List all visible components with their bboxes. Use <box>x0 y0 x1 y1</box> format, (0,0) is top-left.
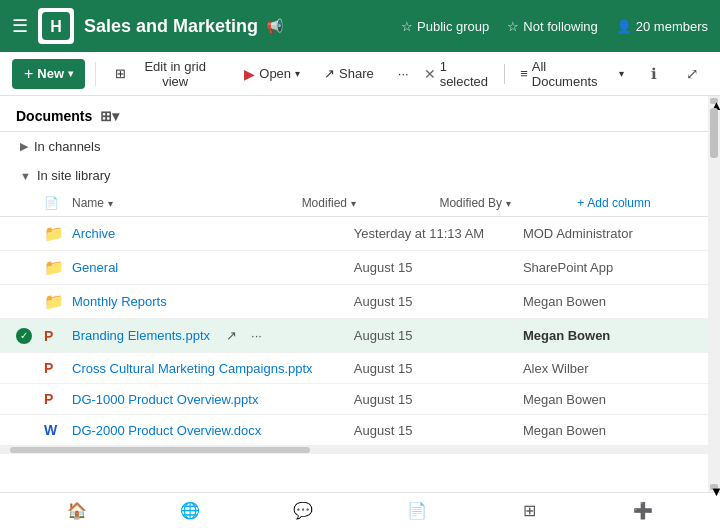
share-file-button[interactable]: ↗ <box>222 326 241 345</box>
site-library-toggle: ▼ <box>20 170 31 182</box>
new-button[interactable]: + New ▾ <box>12 59 85 89</box>
bottom-navigation: 🏠 🌐 💬 📄 ⊞ ➕ <box>0 492 720 528</box>
file-name[interactable]: DG-2000 Product Overview.docx <box>72 423 354 438</box>
edit-grid-label: Edit in grid view <box>130 59 220 89</box>
chat-nav-button[interactable]: 💬 <box>283 493 323 529</box>
row-icon: 📁 <box>44 258 72 277</box>
file-name[interactable]: Monthly Reports <box>72 294 354 309</box>
row-check[interactable]: ✓ <box>16 328 44 344</box>
file-name[interactable]: Archive <box>72 226 354 241</box>
open-label: Open <box>259 66 291 81</box>
file-row[interactable]: P DG-1000 Product Overview.pptx August 1… <box>0 384 708 415</box>
add-column-button[interactable]: + Add column <box>577 196 692 210</box>
selected-check: ✓ <box>16 328 32 344</box>
column-headers: 📄 Name ▾ Modified ▾ Modified By ▾ + Add … <box>0 190 708 217</box>
open-icon: ▶ <box>244 66 255 82</box>
members-icon: 👤 <box>616 19 632 34</box>
file-modified: August 15 <box>354 294 523 309</box>
hamburger-icon[interactable]: ☰ <box>12 15 28 37</box>
info-button[interactable]: ℹ <box>639 58 671 90</box>
follow-icon: ☆ <box>507 19 519 34</box>
expand-button[interactable]: ⤢ <box>676 58 708 90</box>
file-row[interactable]: P Cross Cultural Marketing Campaigns.ppt… <box>0 353 708 384</box>
file-name[interactable]: Branding Elements.pptx ↗ ··· <box>72 326 354 345</box>
file-name[interactable]: DG-1000 Product Overview.pptx <box>72 392 354 407</box>
in-site-library-label: In site library <box>37 168 111 183</box>
file-name[interactable]: Cross Cultural Marketing Campaigns.pptx <box>72 361 354 376</box>
file-modified-by: Alex Wilber <box>523 361 692 376</box>
toolbar: + New ▾ ⊞ Edit in grid view ▶ Open ▾ ↗ S… <box>0 52 720 96</box>
file-row[interactable]: 📁 Monthly Reports August 15 Megan Bowen <box>0 285 708 319</box>
star-icon: ☆ <box>401 19 413 34</box>
file-modified: August 15 <box>354 423 523 438</box>
file-type-icon: 📄 <box>44 196 59 210</box>
file-row[interactable]: 📁 General August 15 SharePoint App <box>0 251 708 285</box>
pptx-icon: P <box>44 360 53 376</box>
file-row[interactable]: W DG-2000 Product Overview.docx August 1… <box>0 415 708 446</box>
pptx-icon: P <box>44 391 53 407</box>
file-name[interactable]: General <box>72 260 354 275</box>
scroll-up-arrow: ▲ <box>710 98 718 104</box>
name-col-header[interactable]: Name ▾ <box>72 196 302 210</box>
file-modified: August 15 <box>354 260 523 275</box>
public-group-label: Public group <box>417 19 489 34</box>
new-label: New <box>37 66 64 81</box>
file-modified-by: SharePoint App <box>523 260 692 275</box>
members-button[interactable]: 👤 20 members <box>616 19 708 34</box>
public-group-badge[interactable]: ☆ Public group <box>401 19 489 34</box>
toolbar-separator-2 <box>504 64 505 84</box>
globe-nav-button[interactable]: 🌐 <box>170 493 210 529</box>
file-list: 📁 Archive Yesterday at 11:13 AM MOD Admi… <box>0 217 708 446</box>
new-chevron: ▾ <box>68 68 73 79</box>
file-row[interactable]: 📁 Archive Yesterday at 11:13 AM MOD Admi… <box>0 217 708 251</box>
file-modified-by: Megan Bowen <box>523 294 692 309</box>
in-site-library-item[interactable]: ▼ In site library <box>0 161 708 190</box>
following-button[interactable]: ☆ Not following <box>507 19 597 34</box>
file-modified: Yesterday at 11:13 AM <box>354 226 523 241</box>
file-row[interactable]: ✓ P Branding Elements.pptx ↗ ··· August … <box>0 319 708 353</box>
share-label: Share <box>339 66 374 81</box>
row-icon: W <box>44 422 72 438</box>
file-modified-by: Megan Bowen <box>523 392 692 407</box>
in-channels-item[interactable]: ▶ In channels <box>0 132 708 161</box>
docs-view-icon[interactable]: ⊞▾ <box>100 108 119 124</box>
row-icon: P <box>44 328 72 344</box>
share-button[interactable]: ↗ Share <box>315 60 383 87</box>
edit-grid-button[interactable]: ⊞ Edit in grid view <box>106 53 229 95</box>
documents-header: Documents ⊞▾ <box>0 96 708 132</box>
members-label: 20 members <box>636 19 708 34</box>
home-nav-button[interactable]: 🏠 <box>57 493 97 529</box>
selected-count: 1 selected <box>440 59 499 89</box>
selected-badge: ✕ 1 selected <box>424 59 499 89</box>
row-icon: 📁 <box>44 292 72 311</box>
plus-icon: + <box>24 65 33 83</box>
folder-icon: 📁 <box>44 293 64 310</box>
name-sort-arrow: ▾ <box>108 198 113 209</box>
in-channels-label: In channels <box>34 139 101 154</box>
following-label: Not following <box>523 19 597 34</box>
add-nav-button[interactable]: ➕ <box>623 493 663 529</box>
vertical-scrollbar[interactable]: ▲ ▼ <box>708 96 720 492</box>
more-file-button[interactable]: ··· <box>247 326 266 345</box>
more-icon: ··· <box>398 66 409 81</box>
file-actions: ↗ ··· <box>222 326 266 345</box>
modified-col-header[interactable]: Modified ▾ <box>302 196 440 210</box>
grid-icon: ⊞ <box>115 66 126 81</box>
grid-nav-button[interactable]: ⊞ <box>510 493 550 529</box>
folder-icon: 📁 <box>44 225 64 242</box>
scroll-down-arrow: ▼ <box>710 484 718 490</box>
main-content: Documents ⊞▾ ▶ In channels ▼ In site lib… <box>0 96 720 492</box>
more-button[interactable]: ··· <box>389 60 418 87</box>
settings-icon[interactable]: 📢 <box>266 18 283 34</box>
document-nav-button[interactable]: 📄 <box>397 493 437 529</box>
list-icon: ≡ <box>520 66 528 81</box>
horizontal-scrollbar[interactable] <box>0 446 708 454</box>
modified-by-col-header[interactable]: Modified By ▾ <box>439 196 577 210</box>
pptx-icon: P <box>44 328 53 344</box>
clear-selection-button[interactable]: ✕ <box>424 66 436 82</box>
modby-sort-arrow: ▾ <box>506 198 511 209</box>
all-documents-button[interactable]: ≡ All Documents ▾ <box>511 53 632 95</box>
plus-col-icon: + <box>577 196 584 210</box>
file-modified: August 15 <box>354 328 523 343</box>
open-button[interactable]: ▶ Open ▾ <box>235 60 309 88</box>
